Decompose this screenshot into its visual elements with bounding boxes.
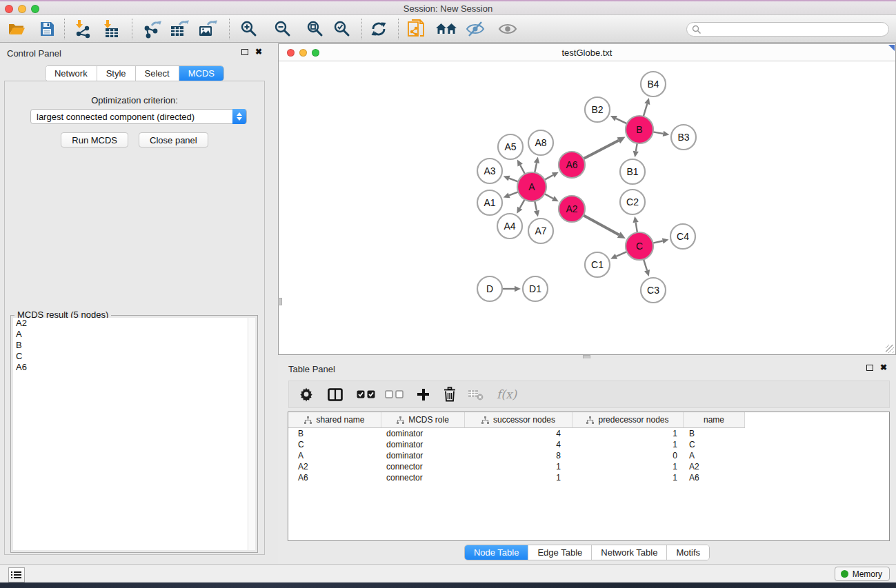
tab-mcds[interactable]: MCDS <box>179 66 223 81</box>
cell-successor-nodes[interactable]: 8 <box>465 451 573 460</box>
table-row[interactable]: A dominator 8 0 A <box>288 450 889 461</box>
graph-edge-B-B4[interactable] <box>644 104 647 116</box>
table-row[interactable]: B dominator 4 1 B <box>288 428 889 439</box>
result-list-item[interactable]: A6 <box>13 362 255 373</box>
cell-shared-name[interactable]: B <box>288 429 381 438</box>
result-list-item[interactable]: C <box>13 351 255 362</box>
result-list-item[interactable]: B <box>13 340 255 351</box>
zoom-in-button[interactable] <box>237 17 261 41</box>
import-network-button[interactable] <box>70 17 95 41</box>
cell-successor-nodes[interactable]: 1 <box>465 473 573 483</box>
tab-style[interactable]: Style <box>97 66 136 81</box>
tab-edge-table[interactable]: Edge Table <box>528 545 592 560</box>
window-resize-grip[interactable] <box>886 345 894 353</box>
export-table-button[interactable] <box>166 17 191 41</box>
show-column-panel-button[interactable] <box>328 388 343 401</box>
cell-successor-nodes[interactable]: 4 <box>465 429 573 438</box>
criterion-select[interactable]: largest connected component (directed) <box>30 109 247 124</box>
zoom-selected-button[interactable] <box>330 17 355 41</box>
import-table-button[interactable] <box>99 17 123 41</box>
run-mcds-button[interactable]: Run MCDS <box>61 132 128 148</box>
cell-predecessor-nodes[interactable]: 1 <box>573 429 684 438</box>
graph-edge-C-C4[interactable] <box>653 241 663 243</box>
column-header-shared-name[interactable]: shared name <box>288 412 381 427</box>
graph-edge-C-C1[interactable] <box>616 252 626 256</box>
select-all-columns-button[interactable] <box>357 390 375 398</box>
cell-predecessor-nodes[interactable]: 1 <box>573 462 684 472</box>
cell-predecessor-nodes[interactable]: 1 <box>573 473 684 483</box>
cell-shared-name[interactable]: A <box>288 451 381 460</box>
graph-edge-A-A1[interactable] <box>509 192 518 195</box>
graph-edge-B-B3[interactable] <box>653 132 664 134</box>
create-column-button[interactable] <box>417 389 429 401</box>
float-panel-icon[interactable] <box>241 49 248 55</box>
graph-edge-A6-B[interactable] <box>584 141 619 159</box>
column-header-mcds-role[interactable]: MCDS role <box>381 412 465 427</box>
home-button[interactable] <box>434 17 459 41</box>
result-list-item[interactable]: A2 <box>13 318 255 329</box>
cell-mcds-role[interactable]: connector <box>381 473 465 483</box>
window-corner-toggle-icon[interactable] <box>888 45 895 51</box>
cell-mcds-role[interactable]: dominator <box>381 440 465 449</box>
cell-name[interactable]: A <box>684 451 745 460</box>
tab-motifs[interactable]: Motifs <box>667 545 709 560</box>
cell-shared-name[interactable]: A6 <box>288 473 381 483</box>
graph-edge-A-A4[interactable] <box>520 199 525 208</box>
tab-network-table[interactable]: Network Table <box>592 545 667 560</box>
table-row[interactable]: A2 connector 1 1 A2 <box>288 461 889 472</box>
table-row[interactable]: C dominator 4 1 C <box>288 439 889 450</box>
result-list-item[interactable]: A <box>13 329 255 340</box>
graph-edge-A-A8[interactable] <box>535 163 537 172</box>
new-network-from-selection-button[interactable] <box>404 17 428 41</box>
tab-network[interactable]: Network <box>46 66 97 81</box>
refresh-button[interactable] <box>366 17 391 41</box>
graph-edge-A-A2[interactable] <box>544 194 552 199</box>
column-header-name[interactable]: name <box>684 412 745 427</box>
cell-name[interactable]: B <box>684 429 745 438</box>
cell-name[interactable]: C <box>684 440 745 449</box>
tab-node-table[interactable]: Node Table <box>465 545 529 560</box>
cell-shared-name[interactable]: A2 <box>288 462 381 472</box>
cell-mcds-role[interactable]: connector <box>381 462 465 472</box>
network-graph-svg[interactable]: B4B2BB3A8A5A6A3B1AA1C2A2A4A7C4CC1C3DD1 <box>279 62 895 355</box>
delete-column-button[interactable] <box>443 387 457 402</box>
cell-name[interactable]: A2 <box>684 462 745 472</box>
graph-edge-C-C2[interactable] <box>636 223 637 233</box>
graph-edge-A-A7[interactable] <box>535 201 537 211</box>
left-divider-handle[interactable] <box>278 298 282 305</box>
save-session-button[interactable] <box>34 17 59 41</box>
cell-predecessor-nodes[interactable]: 1 <box>573 440 684 449</box>
graph-edge-B-B2[interactable] <box>616 119 627 124</box>
graph-edge-B-B1[interactable] <box>636 143 637 152</box>
cell-successor-nodes[interactable]: 4 <box>465 440 573 449</box>
cell-mcds-role[interactable]: dominator <box>381 429 465 438</box>
memory-button[interactable]: Memory <box>835 567 890 581</box>
close-panel-icon[interactable]: ✖ <box>255 48 262 55</box>
search-input[interactable] <box>701 24 888 35</box>
table-row[interactable]: A6 connector 1 1 A6 <box>288 472 889 483</box>
zoom-out-button[interactable] <box>270 17 295 41</box>
graph-edge-A-A5[interactable] <box>520 165 525 174</box>
task-history-button[interactable] <box>8 567 25 582</box>
export-network-button[interactable] <box>139 17 164 41</box>
cell-mcds-role[interactable]: dominator <box>381 451 465 460</box>
graph-edge-C-C3[interactable] <box>644 259 647 270</box>
open-session-button[interactable] <box>4 17 29 41</box>
network-canvas[interactable]: B4B2BB3A8A5A6A3B1AA1C2A2A4A7C4CC1C3DD1 <box>279 62 895 354</box>
column-header-predecessor-nodes[interactable]: predecessor nodes <box>573 412 684 427</box>
graph-edge-A-A6[interactable] <box>544 175 552 180</box>
cell-successor-nodes[interactable]: 1 <box>465 462 573 472</box>
tab-select[interactable]: Select <box>136 66 179 81</box>
column-header-successor-nodes[interactable]: successor nodes <box>465 412 573 427</box>
export-image-button[interactable] <box>195 17 219 41</box>
cell-shared-name[interactable]: C <box>288 440 381 449</box>
close-panel-button[interactable]: Close panel <box>139 132 208 148</box>
close-table-panel-icon[interactable]: ✖ <box>880 364 887 371</box>
result-list-scrollbar[interactable] <box>248 318 255 550</box>
graph-edge-A2-C[interactable] <box>584 215 619 234</box>
show-graphics-details-button[interactable] <box>495 17 520 41</box>
cell-predecessor-nodes[interactable]: 0 <box>573 451 684 460</box>
float-table-panel-icon[interactable] <box>866 365 873 371</box>
hide-graphics-details-button[interactable] <box>463 17 488 41</box>
cell-name[interactable]: A6 <box>684 473 745 483</box>
